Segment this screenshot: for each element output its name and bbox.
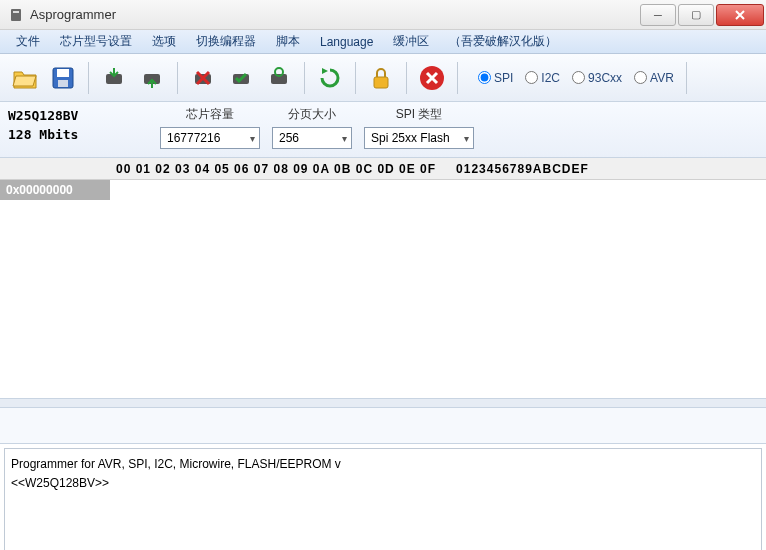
chip-erase-button[interactable] [186, 61, 220, 95]
toolbar-separator [177, 62, 178, 94]
splitter[interactable] [0, 398, 766, 408]
hex-columns-header: 00 01 02 03 04 05 06 07 08 09 0A 0B 0C 0… [110, 162, 436, 176]
toolbar-separator [686, 62, 687, 94]
chip-info: W25Q128BV 128 Mbits [8, 106, 148, 153]
svg-rect-11 [374, 77, 388, 88]
config-row: W25Q128BV 128 Mbits 芯片容量 16777216 分页大小 2… [0, 102, 766, 158]
radio-i2c[interactable]: I2C [521, 71, 564, 85]
radio-spi[interactable]: SPI [474, 71, 517, 85]
reload-button[interactable] [313, 61, 347, 95]
chip-size: 128 Mbits [8, 127, 148, 142]
minimize-button[interactable]: ─ [640, 4, 676, 26]
open-button[interactable] [8, 61, 42, 95]
toolbar: SPI I2C 93Cxx AVR [0, 54, 766, 102]
protocol-radio-group: SPI I2C 93Cxx AVR [474, 71, 678, 85]
chip-read-button[interactable] [97, 61, 131, 95]
pagesize-label: 分页大小 [288, 106, 336, 123]
hex-editor: 00 01 02 03 04 05 06 07 08 09 0A 0B 0C 0… [0, 158, 766, 398]
toolbar-separator [88, 62, 89, 94]
maximize-button[interactable]: ▢ [678, 4, 714, 26]
svg-rect-0 [11, 9, 21, 21]
hex-ascii-header: 0123456789ABCDEF [456, 162, 589, 176]
menu-script[interactable]: 脚本 [266, 30, 310, 53]
hex-offset: 0x00000000 [0, 180, 110, 200]
menu-file[interactable]: 文件 [6, 30, 50, 53]
capacity-label: 芯片容量 [186, 106, 234, 123]
spitype-combo[interactable]: Spi 25xx Flash [364, 127, 474, 149]
menu-language[interactable]: Language [310, 32, 383, 52]
menu-translation-note: （吾爱破解汉化版） [439, 30, 567, 53]
chip-verify-button[interactable] [224, 61, 258, 95]
toolbar-separator [457, 62, 458, 94]
radio-93cxx[interactable]: 93Cxx [568, 71, 626, 85]
app-icon [8, 7, 24, 23]
log-line: <<W25Q128BV>> [11, 474, 755, 493]
capacity-group: 芯片容量 16777216 [160, 106, 260, 153]
menu-chip-settings[interactable]: 芯片型号设置 [50, 30, 142, 53]
hex-row[interactable]: 0x00000000 [0, 180, 766, 200]
log-line: Programmer for AVR, SPI, I2C, Microwire,… [11, 455, 755, 474]
spitype-group: SPI 类型 Spi 25xx Flash [364, 106, 474, 153]
log-area[interactable]: Programmer for AVR, SPI, I2C, Microwire,… [4, 448, 762, 550]
menubar: 文件 芯片型号设置 选项 切换编程器 脚本 Language 缓冲区 （吾爱破解… [0, 30, 766, 54]
hex-header: 00 01 02 03 04 05 06 07 08 09 0A 0B 0C 0… [0, 158, 766, 180]
spitype-label: SPI 类型 [396, 106, 443, 123]
window-controls: ─ ▢ [640, 4, 764, 26]
pagesize-combo[interactable]: 256 [272, 127, 352, 149]
toolbar-separator [406, 62, 407, 94]
close-button[interactable] [716, 4, 764, 26]
svg-rect-1 [13, 11, 19, 13]
toolbar-separator [355, 62, 356, 94]
svg-rect-4 [58, 80, 68, 87]
chip-name: W25Q128BV [8, 108, 148, 123]
hex-view[interactable]: 0x00000000 [0, 180, 766, 398]
toolbar-separator [304, 62, 305, 94]
cancel-button[interactable] [415, 61, 449, 95]
radio-avr[interactable]: AVR [630, 71, 678, 85]
titlebar: Asprogrammer ─ ▢ [0, 0, 766, 30]
pagesize-group: 分页大小 256 [272, 106, 352, 153]
menu-options[interactable]: 选项 [142, 30, 186, 53]
save-button[interactable] [46, 61, 80, 95]
chip-write-button[interactable] [135, 61, 169, 95]
menu-switch-programmer[interactable]: 切换编程器 [186, 30, 266, 53]
capacity-combo[interactable]: 16777216 [160, 127, 260, 149]
mid-panel [0, 408, 766, 444]
chip-blank-button[interactable] [262, 61, 296, 95]
menu-buffer[interactable]: 缓冲区 [383, 30, 439, 53]
lock-button[interactable] [364, 61, 398, 95]
window-title: Asprogrammer [30, 7, 640, 22]
svg-rect-3 [57, 69, 69, 77]
